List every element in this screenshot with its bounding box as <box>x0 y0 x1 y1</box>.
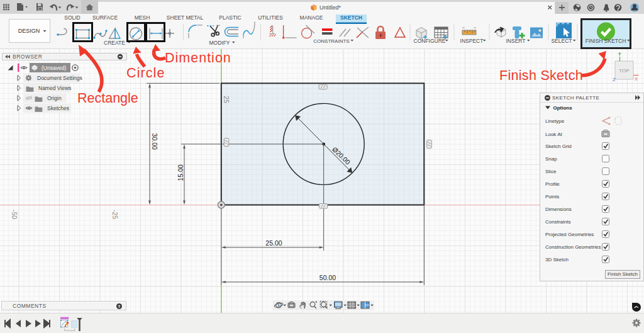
svg-text:Dimention: Dimention <box>165 50 231 65</box>
svg-text:Finish Sketch: Finish Sketch <box>499 68 583 83</box>
svg-text:Circle: Circle <box>126 65 165 81</box>
svg-text:Rectangle: Rectangle <box>77 91 138 106</box>
